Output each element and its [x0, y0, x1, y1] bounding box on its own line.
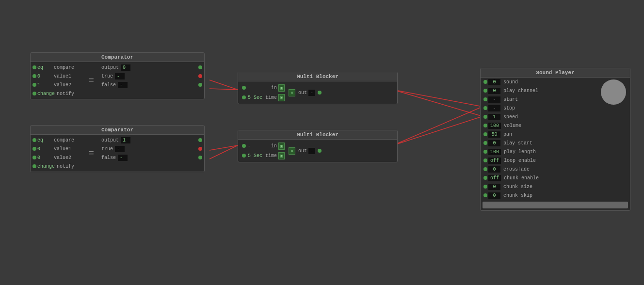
sp-label-loop-enable: loop enable — [501, 158, 628, 163]
port-02-2[interactable] — [32, 156, 36, 159]
output-value-2: 1 — [121, 137, 130, 143]
field-value2-2: value2 — [52, 155, 73, 160]
false-label-1: false — [99, 82, 118, 88]
blocker2-green2[interactable]: ▣ — [278, 152, 285, 159]
output-label-1: output — [99, 65, 121, 70]
sp-port-play-start[interactable] — [483, 141, 487, 145]
sp-value-crossfade: 0 — [488, 166, 500, 173]
blocker2-title: Multi Blocker — [238, 130, 397, 140]
blocker2-out-port[interactable] — [318, 149, 322, 153]
sp-value-chunk-skip: 0 — [488, 192, 500, 199]
field-value1-1: value1 — [52, 74, 73, 79]
blocker1-green1[interactable]: ▣ — [278, 84, 285, 92]
comparator1-out-row-1: output 0 — [98, 63, 204, 72]
out-port-1[interactable] — [198, 65, 202, 69]
sp-port-play-channel[interactable] — [483, 89, 487, 93]
blocker1-in-label-row: in ▣ — [271, 83, 285, 92]
sp-port-start[interactable] — [483, 97, 487, 101]
sp-scrollbar[interactable] — [483, 202, 628, 208]
svg-line-0 — [209, 80, 238, 90]
sp-row-volume: 100 volume — [481, 121, 630, 130]
blocker1-x-box[interactable]: ✕ — [289, 89, 295, 96]
sp-port-pan[interactable] — [483, 132, 487, 136]
label-eq-1: eq — [37, 65, 52, 70]
sp-value-pan: 50 — [488, 131, 500, 138]
blocker1-in-label: in — [271, 85, 277, 91]
blocker2-out-label: out — [298, 148, 307, 154]
sp-row-pan: 50 pan — [481, 130, 630, 139]
sp-label-stop: stop — [500, 106, 628, 111]
blocker2-in-port[interactable] — [242, 144, 246, 148]
blocker1-time-label-row: time ▣ — [265, 93, 285, 102]
label-change-1: change — [37, 91, 55, 96]
sp-row-speed: 1 speed — [481, 112, 630, 121]
sp-port-speed[interactable] — [483, 115, 487, 119]
comparator2-right: output 1 true - false - — [98, 135, 204, 172]
sp-label-play-length: play length — [501, 149, 628, 155]
sound-preview-circle — [601, 79, 626, 105]
false-port-1[interactable] — [198, 83, 202, 87]
sp-port-play-length[interactable] — [483, 150, 487, 154]
blocker1-time-port[interactable] — [242, 95, 246, 99]
sp-port-sound[interactable] — [483, 80, 487, 84]
true-port-2[interactable] — [198, 147, 202, 151]
blocker2-green1[interactable]: ▣ — [278, 142, 285, 150]
blocker2-x-box[interactable]: ✕ — [289, 147, 295, 155]
canvas: Comparator eq compare 0 value1 1 value2 — [0, 0, 644, 285]
sp-value-speed: 1 — [488, 114, 500, 120]
comparator1-row-1: eq compare — [31, 63, 84, 72]
sp-label-chunk-skip: chunk skip — [500, 193, 628, 198]
sp-port-crossfade[interactable] — [483, 167, 487, 171]
output-label-2: output — [99, 138, 121, 143]
true-port-1[interactable] — [198, 74, 202, 78]
comparator2-row-1: eq compare — [31, 136, 84, 144]
comparator1-right: output 0 true - false - — [98, 62, 204, 99]
sp-port-volume[interactable] — [483, 124, 487, 127]
port-eq-2[interactable] — [32, 138, 36, 142]
true-label-2: true — [99, 146, 115, 152]
blocker2-time-value: 5 Sec — [248, 153, 262, 158]
svg-line-5 — [209, 145, 238, 159]
comparator1-title: Comparator — [31, 53, 204, 62]
sp-value-chunk-size: 0 — [488, 184, 500, 190]
comparator1-left: eq compare 0 value1 1 value2 change noti… — [31, 62, 84, 99]
svg-line-4 — [209, 145, 238, 150]
sp-row-stop: - stop — [481, 104, 630, 112]
sp-port-loop-enable[interactable] — [483, 158, 487, 162]
comparator1-row-4: change notify — [31, 89, 84, 98]
blocker2-time-port[interactable] — [242, 154, 246, 158]
blocker1-in-port[interactable] — [242, 86, 246, 90]
sp-label-chunk-enable: chunk enable — [501, 175, 628, 181]
sp-label-crossfade: crossfade — [500, 167, 628, 172]
sp-value-loop-enable: off — [488, 158, 501, 164]
blocker2-left-ports: - 5 Sec — [241, 142, 262, 160]
false-value-1: - — [118, 82, 128, 88]
field-notify-1: notify — [55, 91, 76, 96]
false-port-2[interactable] — [198, 156, 202, 159]
sp-value-play-length: 100 — [488, 149, 501, 155]
port-change-2[interactable] — [32, 164, 36, 168]
port-change-1[interactable] — [32, 92, 36, 95]
blocker1-out-port[interactable] — [318, 91, 322, 95]
sound-player-title: Sound Player — [481, 68, 630, 78]
blocker1-time-row: 5 Sec — [241, 93, 262, 102]
port-eq-1[interactable] — [32, 65, 36, 69]
out-port-2[interactable] — [198, 138, 202, 142]
sp-value-play-channel: 0 — [488, 88, 500, 94]
sp-port-chunk-size[interactable] — [483, 185, 487, 189]
comparator1-row-2: 0 value1 — [31, 72, 84, 80]
port-0-2[interactable] — [32, 147, 36, 151]
port-1-1[interactable] — [32, 83, 36, 87]
sp-port-stop[interactable] — [483, 106, 487, 110]
multi-blocker-2: Multi Blocker - 5 Sec in ▣ time — [238, 130, 398, 162]
sp-port-chunk-skip[interactable] — [483, 193, 487, 197]
blocker2-center: in ▣ time ▣ — [265, 142, 285, 160]
field-value1-2: value1 — [52, 146, 73, 152]
sp-port-chunk-enable[interactable] — [483, 176, 487, 180]
true-value-1: - — [115, 73, 125, 79]
blocker1-out-label: out — [298, 90, 307, 95]
field-compare-2: compare — [52, 138, 76, 143]
sp-value-sound: 0 — [488, 79, 500, 85]
port-0-1[interactable] — [32, 74, 36, 78]
blocker1-green2[interactable]: ▣ — [278, 94, 285, 101]
